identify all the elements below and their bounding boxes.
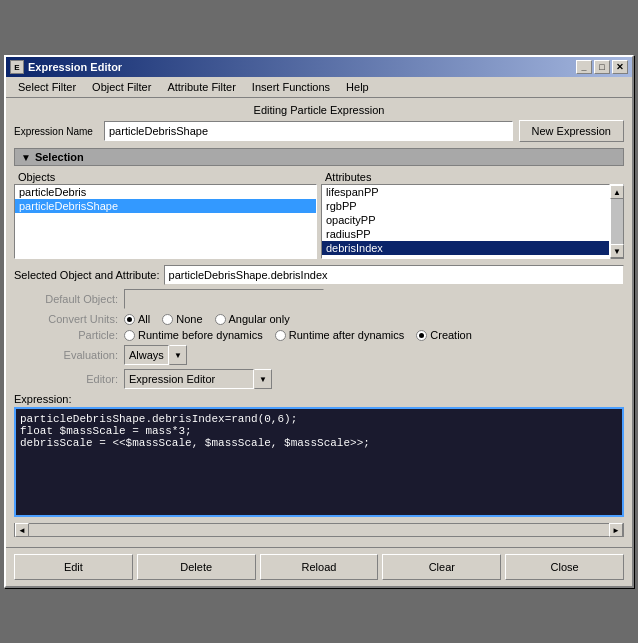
default-obj-row: Default Object: — [14, 289, 624, 309]
list-item[interactable]: rgbPP — [322, 199, 609, 213]
runtime-after-label: Runtime after dynamics — [289, 329, 405, 341]
default-obj-input[interactable] — [124, 289, 324, 309]
editor-dropdown-arrow[interactable]: ▼ — [254, 369, 272, 389]
triangle-icon: ▼ — [21, 152, 31, 163]
attributes-panel: Attributes lifespanPP rgbPP opacityPP ra… — [321, 170, 624, 259]
horizontal-scrollbar[interactable]: ◄ ► — [14, 523, 624, 537]
list-item[interactable]: radiusPP — [322, 227, 609, 241]
expression-label: Expression: — [14, 393, 624, 405]
objects-attributes-area: Objects particleDebris particleDebrisSha… — [14, 170, 624, 259]
menu-object-filter[interactable]: Object Filter — [84, 79, 159, 95]
main-window: E Expression Editor _ □ ✕ Select Filter … — [4, 55, 634, 588]
attributes-scrollbar[interactable]: ▲ ▼ — [610, 184, 624, 259]
runtime-after-option[interactable]: Runtime after dynamics — [275, 329, 405, 341]
scroll-right-button[interactable]: ► — [609, 523, 623, 537]
close-button[interactable]: ✕ — [612, 60, 628, 74]
editor-dropdown: Expression Editor ▼ — [124, 369, 272, 389]
particle-label: Particle: — [14, 329, 124, 341]
editor-row: Editor: Expression Editor ▼ — [14, 369, 624, 389]
scroll-up-button[interactable]: ▲ — [610, 185, 624, 199]
editor-label: Editor: — [14, 373, 124, 385]
list-item[interactable]: debrisScale — [322, 255, 609, 259]
creation-option[interactable]: Creation — [416, 329, 472, 341]
evaluation-dropdown-arrow[interactable]: ▼ — [169, 345, 187, 365]
title-bar: E Expression Editor _ □ ✕ — [6, 57, 632, 77]
menu-insert-functions[interactable]: Insert Functions — [244, 79, 338, 95]
expression-name-input[interactable] — [104, 121, 513, 141]
close-button[interactable]: Close — [505, 554, 624, 580]
editing-label: Editing Particle Expression — [14, 104, 624, 116]
minimize-button[interactable]: _ — [576, 60, 592, 74]
selected-obj-label: Selected Object and Attribute: — [14, 269, 160, 281]
convert-none-label: None — [176, 313, 202, 325]
runtime-after-radio[interactable] — [275, 330, 286, 341]
convert-angular-radio[interactable] — [215, 314, 226, 325]
convert-none-radio[interactable] — [162, 314, 173, 325]
new-expression-button[interactable]: New Expression — [519, 120, 624, 142]
selection-header: ▼ Selection — [14, 148, 624, 166]
list-item[interactable]: particleDebrisShape — [15, 199, 316, 213]
menu-attribute-filter[interactable]: Attribute Filter — [159, 79, 243, 95]
attributes-list-wrapper: lifespanPP rgbPP opacityPP radiusPP debr… — [321, 184, 624, 259]
menu-select-filter[interactable]: Select Filter — [10, 79, 84, 95]
expression-section: Expression: particleDebrisShape.debrisIn… — [14, 393, 624, 519]
particle-options: Runtime before dynamics Runtime after dy… — [124, 329, 472, 341]
edit-button[interactable]: Edit — [14, 554, 133, 580]
selected-obj-input[interactable] — [164, 265, 624, 285]
expression-name-label: Expression Name — [14, 126, 104, 137]
runtime-before-label: Runtime before dynamics — [138, 329, 263, 341]
list-item[interactable]: particleDebris — [15, 185, 316, 199]
list-item[interactable]: debrisIndex — [322, 241, 609, 255]
convert-units-row: Convert Units: All None Angular only — [14, 313, 624, 325]
menu-bar: Select Filter Object Filter Attribute Fi… — [6, 77, 632, 98]
expression-textarea[interactable]: particleDebrisShape.debrisIndex=rand(0,6… — [14, 407, 624, 517]
evaluation-dropdown: Always ▼ — [124, 345, 187, 365]
default-obj-label: Default Object: — [14, 293, 124, 305]
content-area: Editing Particle Expression Expression N… — [6, 98, 632, 547]
evaluation-label: Evaluation: — [14, 349, 124, 361]
particle-row: Particle: Runtime before dynamics Runtim… — [14, 329, 624, 341]
evaluation-select[interactable]: Always — [124, 345, 169, 365]
maximize-button[interactable]: □ — [594, 60, 610, 74]
expression-name-row: Expression Name New Expression — [14, 120, 624, 142]
objects-list[interactable]: particleDebris particleDebrisShape — [14, 184, 317, 259]
creation-radio[interactable] — [416, 330, 427, 341]
convert-units-label: Convert Units: — [14, 313, 124, 325]
convert-all-radio[interactable] — [124, 314, 135, 325]
attributes-list[interactable]: lifespanPP rgbPP opacityPP radiusPP debr… — [321, 184, 610, 259]
scroll-down-button[interactable]: ▼ — [610, 244, 624, 258]
window-title: Expression Editor — [28, 61, 122, 73]
scroll-track[interactable] — [611, 199, 623, 244]
creation-label: Creation — [430, 329, 472, 341]
objects-panel: Objects particleDebris particleDebrisSha… — [14, 170, 317, 259]
selection-label: Selection — [35, 151, 84, 163]
objects-header: Objects — [14, 170, 317, 184]
editor-select[interactable]: Expression Editor — [124, 369, 254, 389]
convert-units-options: All None Angular only — [124, 313, 290, 325]
runtime-before-radio[interactable] — [124, 330, 135, 341]
runtime-before-option[interactable]: Runtime before dynamics — [124, 329, 263, 341]
menu-help[interactable]: Help — [338, 79, 377, 95]
attributes-header: Attributes — [321, 170, 624, 184]
list-item[interactable]: opacityPP — [322, 213, 609, 227]
delete-button[interactable]: Delete — [137, 554, 256, 580]
convert-angular-option[interactable]: Angular only — [215, 313, 290, 325]
convert-none-option[interactable]: None — [162, 313, 202, 325]
scroll-left-button[interactable]: ◄ — [15, 523, 29, 537]
list-item[interactable]: lifespanPP — [322, 185, 609, 199]
bottom-buttons: Edit Delete Reload Clear Close — [6, 547, 632, 586]
window-icon: E — [10, 60, 24, 74]
convert-all-label: All — [138, 313, 150, 325]
selected-obj-row: Selected Object and Attribute: — [14, 265, 624, 285]
evaluation-row: Evaluation: Always ▼ — [14, 345, 624, 365]
convert-all-option[interactable]: All — [124, 313, 150, 325]
title-bar-buttons: _ □ ✕ — [576, 60, 628, 74]
convert-angular-label: Angular only — [229, 313, 290, 325]
clear-button[interactable]: Clear — [382, 554, 501, 580]
reload-button[interactable]: Reload — [260, 554, 379, 580]
